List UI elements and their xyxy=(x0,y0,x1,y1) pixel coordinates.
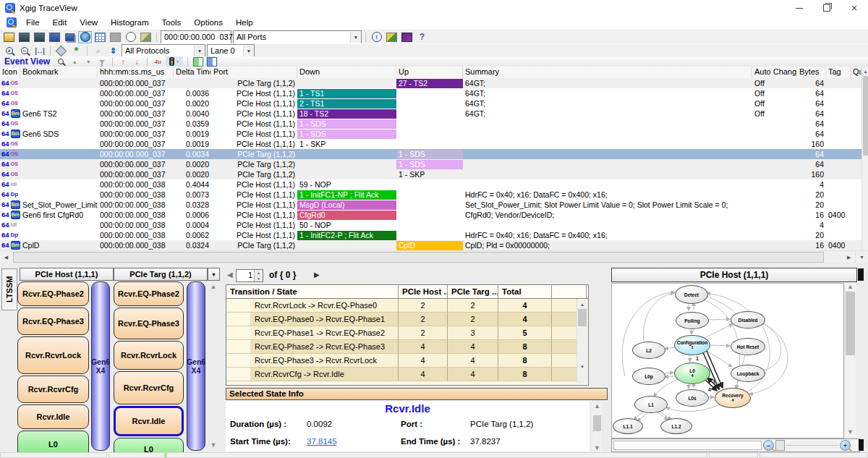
zoom-fit-icon[interactable]: |↔| xyxy=(33,45,46,57)
save-icon[interactable] xyxy=(48,31,61,43)
table-row[interactable]: 64BmGen6 first CfgRd0000:00:00.000_0380.… xyxy=(0,210,861,220)
view-split-icon[interactable] xyxy=(192,56,204,67)
stop-icon[interactable] xyxy=(109,31,122,43)
grid-view-icon[interactable] xyxy=(93,31,107,43)
table-row[interactable]: 64OS000:00:00.000_037PCIe Targ (1,1,2)27… xyxy=(0,78,861,88)
scroll-up-icon[interactable]: ▲ xyxy=(862,67,868,76)
state-node-l1[interactable]: L1 xyxy=(634,396,668,413)
swap-direction-icon[interactable]: ⇕ xyxy=(106,45,120,57)
jump-up-icon[interactable]: ↑ xyxy=(117,56,129,67)
ltssm-scroll-down-icon[interactable]: ▼ xyxy=(208,441,218,449)
add-marker-icon[interactable]: * xyxy=(69,45,83,57)
next-event-icon[interactable]: ▼ xyxy=(82,56,94,67)
marker-4u-icon[interactable]: 4u xyxy=(152,56,163,67)
col-down[interactable]: Down xyxy=(297,67,396,78)
table-row[interactable]: 64Dp000:00:00.000_0380.0062PCIe Host (1,… xyxy=(0,230,861,240)
state-info-scrollbar[interactable]: ▲ ▼ xyxy=(592,402,602,451)
transition-vscrollbar[interactable]: ▲ ▼ xyxy=(576,300,587,383)
filter-icon[interactable] xyxy=(96,56,108,67)
state-node-recovery[interactable]: Recovery4 xyxy=(715,388,751,408)
col-delta[interactable]: Delta Time xyxy=(174,67,211,78)
protocol-view-icon[interactable] xyxy=(400,31,414,43)
event-vscrollbar[interactable]: ▲ xyxy=(861,67,868,250)
transition-row[interactable]: Rcvr.EQ-Phase1 -> Rcvr.EQ-Phase2235 xyxy=(226,326,588,340)
transition-row[interactable]: Rcvr.RcvrCfg -> Rcvr.Idle448 xyxy=(226,368,588,381)
table-row[interactable]: 64BmGen6 TS2000:00:00.000_0370.0040PCIe … xyxy=(0,109,861,119)
ltssm-header-dropdown-icon[interactable]: ▼ xyxy=(208,268,220,281)
col-total[interactable]: Total xyxy=(498,285,552,298)
lane-dropdown-icon[interactable]: ▼ xyxy=(243,46,254,56)
time-position-field[interactable]: 000:00:00.000 037▼ xyxy=(161,30,231,44)
spin-down-icon[interactable]: ▼ xyxy=(255,276,263,281)
state-node-hot-reset[interactable]: Hot Reset xyxy=(731,338,765,355)
tag-icon[interactable] xyxy=(54,45,68,57)
view-combined-icon[interactable] xyxy=(206,56,218,67)
scroll-down-icon[interactable]: ▼ xyxy=(855,251,868,263)
ltssm-state-rcvr-eq-phase3[interactable]: Rcvr.EQ-Phase3 xyxy=(17,308,89,335)
scroll-down-icon[interactable]: ▼ xyxy=(592,444,602,451)
scroll-up-icon[interactable]: ▲ xyxy=(577,300,587,309)
zoom-in-icon[interactable]: + xyxy=(2,45,16,57)
col-icon[interactable]: Icon xyxy=(0,67,20,78)
inspect-icon[interactable] xyxy=(55,56,67,67)
col-qu[interactable]: Qu xyxy=(851,67,861,78)
col-auto-change[interactable]: Auto Change xyxy=(752,67,797,78)
search-icon[interactable]: ⌕ xyxy=(91,45,105,57)
panel-handle[interactable] xyxy=(859,439,864,451)
diagram-hscroll-track[interactable] xyxy=(613,441,762,450)
menu-tools[interactable]: Tools xyxy=(155,17,187,27)
table-row[interactable]: 64Idl000:00:00.000_0380.4044PCIe Host (1… xyxy=(0,179,861,190)
col-bookmark[interactable]: Bookmark xyxy=(20,67,98,78)
table-row[interactable]: 64Idl000:00:00.000_0380.0004PCIe Host (1… xyxy=(0,220,861,230)
transition-row[interactable]: Rcvr.EQ-Phase2 -> Rcvr.EQ-Phase3448 xyxy=(226,340,588,354)
menu-view[interactable]: View xyxy=(73,17,104,27)
state-node-configuration[interactable]: Configuration1 xyxy=(674,335,710,355)
menu-file[interactable]: File xyxy=(20,17,46,27)
scroll-up-icon[interactable]: ▲ xyxy=(592,402,602,410)
lane-combo[interactable]: Lane 0▼ xyxy=(207,44,255,58)
timer-icon[interactable] xyxy=(124,31,137,43)
save-all-icon[interactable] xyxy=(63,31,77,43)
transition-row[interactable]: Rcvr.EQ-Phase3 -> Rcvr.RcvrLock448 xyxy=(226,354,588,368)
col-tag[interactable]: Tag xyxy=(826,67,851,78)
snapshot-icon[interactable] xyxy=(139,31,153,43)
ltssm-state-rcvr-idle[interactable]: Rcvr.Idle xyxy=(17,404,89,429)
ltssm-state-rcvr-rcvrlock[interactable]: Rcvr.RcvrLock xyxy=(17,336,89,374)
protocols-combo[interactable]: All Protocols▼ xyxy=(122,44,205,58)
signal-filter-icon[interactable]: ▼ xyxy=(166,56,183,67)
export-trace-icon[interactable] xyxy=(33,31,46,43)
col-port[interactable]: Port xyxy=(211,67,297,78)
table-row[interactable]: 64OS000:00:00.000_0370.0034PCIe Targ (1,… xyxy=(0,149,861,159)
ltssm-state-rcvr-eq-phase2[interactable]: Rcvr.EQ-Phase2 xyxy=(17,281,89,306)
state-node-l1-2[interactable]: L1.2 xyxy=(660,418,692,434)
scroll-down-icon[interactable]: ▼ xyxy=(577,362,587,371)
page-value[interactable]: 1 xyxy=(237,270,254,281)
import-trace-icon[interactable] xyxy=(17,31,31,43)
zoom-out-icon[interactable]: − xyxy=(17,45,31,57)
open-file-icon[interactable] xyxy=(2,31,16,43)
transition-row[interactable]: Rcvr.RcvrLock -> Rcvr.EQ-Phase0224 xyxy=(226,299,588,313)
prev-event-icon[interactable]: ▲ xyxy=(69,56,80,67)
table-row[interactable]: 64OS000:00:00.000_0370.0019PCIe Host (1,… xyxy=(0,139,861,149)
capture-view-icon[interactable] xyxy=(78,31,92,43)
state-node-l2[interactable]: L2 xyxy=(632,342,665,359)
transition-row[interactable]: Rcvr.EQ-Phase0 -> Rcvr.EQ-Phase1224 xyxy=(226,313,588,326)
ltssm-state-rcvr-rcvrlock[interactable]: Rcvr.RcvrLock xyxy=(114,341,184,370)
page-spinbox[interactable]: 1 ▲▼ xyxy=(236,269,263,282)
menu-help[interactable]: Help xyxy=(229,17,260,27)
panel-handle[interactable] xyxy=(858,268,864,281)
state-node-detect[interactable]: Detect xyxy=(675,285,708,304)
ports-combo[interactable]: All Ports▼ xyxy=(233,30,362,44)
col-up[interactable]: Up xyxy=(396,67,463,78)
scroll-right-icon[interactable]: ▶ xyxy=(843,251,855,263)
event-hscrollbar[interactable]: ◀ ▶ ▼ xyxy=(0,250,868,263)
ports-dropdown-icon[interactable]: ▼ xyxy=(350,32,361,43)
table-row[interactable]: 64OS000:00:00.000_0370.0020PCIe Targ (1,… xyxy=(0,159,861,169)
table-row[interactable]: 64BmSet_Slot_Power_Limit000:00:00.000_03… xyxy=(0,200,861,210)
state-node-loopback[interactable]: Loopback xyxy=(731,365,765,382)
about-icon[interactable]: ! xyxy=(370,31,383,43)
zoom-slider-track[interactable] xyxy=(786,441,838,449)
zoom-out-icon[interactable]: − xyxy=(763,440,774,451)
close-button[interactable]: × xyxy=(841,0,868,16)
table-row[interactable]: 64Dp000:00:00.000_0380.0073PCIe Host (1,… xyxy=(0,190,861,200)
